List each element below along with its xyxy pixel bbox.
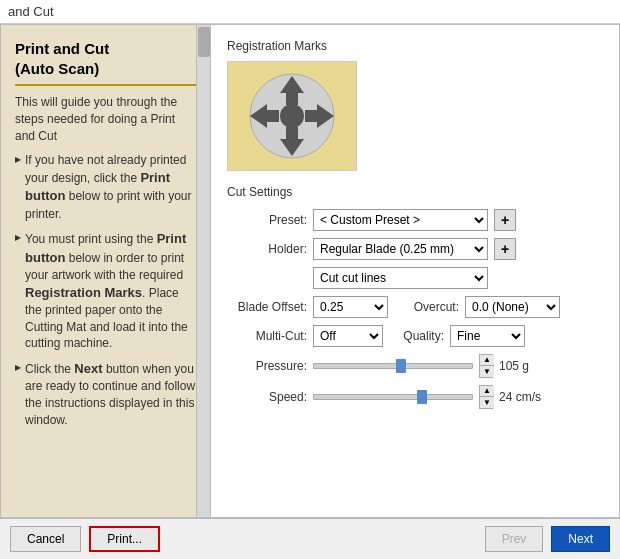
pressure-slider-container [313, 363, 473, 369]
blade-offset-select[interactable]: 0.25 [313, 296, 388, 318]
svg-point-1 [280, 104, 304, 128]
speed-value: 24 cm/s [499, 390, 544, 404]
list-item-3: Click the Next button when you are ready… [15, 360, 196, 429]
scrollbar[interactable] [196, 25, 210, 517]
multicut-select[interactable]: Off [313, 325, 383, 347]
divider [15, 84, 196, 86]
next-button[interactable]: Next [551, 526, 610, 552]
reg-marks-svg [242, 71, 342, 161]
preset-label: Preset: [227, 213, 307, 227]
prev-button[interactable]: Prev [485, 526, 544, 552]
speed-slider-track[interactable] [313, 394, 473, 400]
holder-add-button[interactable]: + [494, 238, 516, 260]
bottom-bar: Cancel Print... Prev Next [0, 518, 620, 558]
pressure-value: 105 g [499, 359, 544, 373]
scroll-thumb[interactable] [198, 27, 210, 57]
cancel-button[interactable]: Cancel [10, 526, 81, 552]
cutlines-select[interactable]: Cut cut lines [313, 267, 488, 289]
speed-label: Speed: [227, 390, 307, 404]
left-panel-heading: Print and Cut(Auto Scan) [15, 39, 196, 78]
holder-row: Holder: Regular Blade (0.25 mm) + [227, 238, 603, 260]
pressure-down-button[interactable]: ▼ [480, 366, 494, 377]
right-panel: Registration Marks Cut Settings [211, 25, 619, 517]
list-item-1: If you have not already printed your des… [15, 152, 196, 222]
pressure-up-button[interactable]: ▲ [480, 355, 494, 366]
pressure-slider-track[interactable] [313, 363, 473, 369]
speed-slider-thumb[interactable] [417, 390, 427, 404]
overcut-select[interactable]: 0.0 (None) [465, 296, 560, 318]
blade-offset-label: Blade Offset: [227, 300, 307, 314]
holder-select[interactable]: Regular Blade (0.25 mm) [313, 238, 488, 260]
speed-up-button[interactable]: ▲ [480, 386, 494, 397]
preset-row: Preset: < Custom Preset > + [227, 209, 603, 231]
quality-label: Quality: [389, 329, 444, 343]
speed-row: Speed: ▲ ▼ 24 cm/s [227, 385, 603, 409]
speed-slider-container [313, 394, 473, 400]
bottom-left: Cancel Print... [10, 526, 160, 552]
left-panel-list: If you have not already printed your des… [15, 152, 196, 428]
multicut-label: Multi-Cut: [227, 329, 307, 343]
speed-down-button[interactable]: ▼ [480, 397, 494, 408]
cutlines-row: Cut cut lines [227, 267, 603, 289]
blade-offset-row: Blade Offset: 0.25 Overcut: 0.0 (None) [227, 296, 603, 318]
pressure-spinner[interactable]: ▲ ▼ [479, 354, 493, 378]
cut-settings-title: Cut Settings [227, 185, 603, 199]
speed-spinner[interactable]: ▲ ▼ [479, 385, 493, 409]
main-container: Print and Cut(Auto Scan) This will guide… [0, 24, 620, 518]
preset-select[interactable]: < Custom Preset > [313, 209, 488, 231]
overcut-label: Overcut: [394, 300, 459, 314]
multicut-row: Multi-Cut: Off Quality: Fine [227, 325, 603, 347]
pressure-label: Pressure: [227, 359, 307, 373]
preset-add-button[interactable]: + [494, 209, 516, 231]
pressure-slider-thumb[interactable] [396, 359, 406, 373]
reg-marks-title: Registration Marks [227, 39, 603, 53]
left-panel: Print and Cut(Auto Scan) This will guide… [1, 25, 211, 517]
pressure-row: Pressure: ▲ ▼ 105 g [227, 354, 603, 378]
settings-grid: Preset: < Custom Preset > + Holder: Regu… [227, 209, 603, 409]
quality-select[interactable]: Fine [450, 325, 525, 347]
title-text: and Cut [8, 4, 54, 19]
print-button[interactable]: Print... [89, 526, 160, 552]
title-bar: and Cut [0, 0, 620, 24]
holder-label: Holder: [227, 242, 307, 256]
list-item-2: You must print using the Print button be… [15, 230, 196, 352]
left-panel-intro: This will guide you through the steps ne… [15, 94, 196, 144]
bottom-right: Prev Next [485, 526, 610, 552]
reg-marks-container [227, 61, 357, 171]
